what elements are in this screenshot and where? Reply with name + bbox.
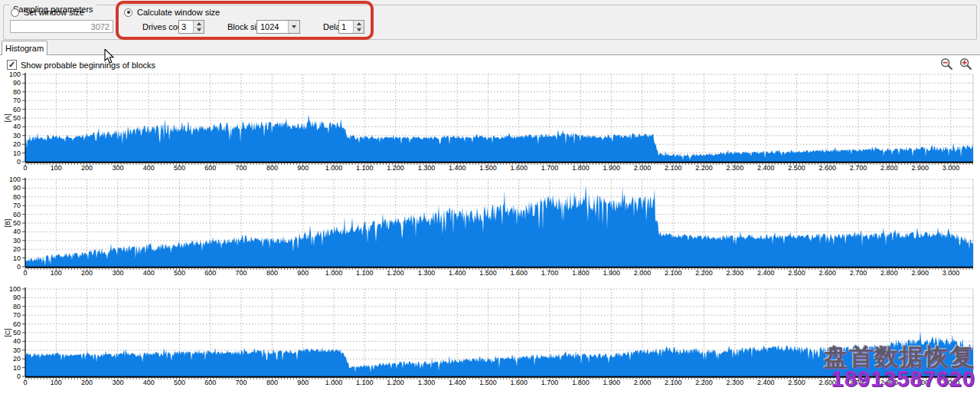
y-axis-label: [B]	[4, 218, 11, 227]
y-axis-label: [A]	[4, 113, 11, 122]
svg-text:600: 600	[204, 164, 216, 172]
svg-text:100: 100	[51, 269, 62, 277]
svg-text:1.900: 1.900	[603, 379, 620, 386]
svg-text:1.700: 1.700	[541, 164, 559, 172]
svg-text:2.900: 2.900	[911, 164, 929, 172]
svg-text:10: 10	[13, 149, 21, 157]
svg-text:2.700: 2.700	[850, 164, 867, 172]
svg-text:2.100: 2.100	[665, 379, 682, 386]
svg-text:1.200: 1.200	[387, 269, 404, 277]
svg-text:1.100: 1.100	[356, 164, 374, 172]
svg-text:40: 40	[13, 337, 21, 345]
svg-text:2.500: 2.500	[788, 164, 805, 172]
svg-text:600: 600	[204, 269, 216, 277]
svg-text:2.800: 2.800	[880, 164, 898, 172]
svg-text:3.000: 3.000	[942, 269, 960, 277]
svg-text:10: 10	[13, 254, 21, 262]
svg-text:40: 40	[13, 228, 21, 235]
svg-text:2.100: 2.100	[665, 269, 682, 277]
svg-text:1.000: 1.000	[325, 164, 343, 172]
svg-text:500: 500	[174, 164, 185, 172]
svg-text:2.100: 2.100	[665, 164, 682, 172]
svg-text:1.100: 1.100	[356, 269, 374, 277]
svg-text:60: 60	[13, 320, 21, 328]
svg-text:1.600: 1.600	[511, 164, 528, 172]
svg-text:0: 0	[17, 263, 21, 271]
svg-text:1.500: 1.500	[479, 269, 497, 277]
svg-text:2.000: 2.000	[634, 164, 652, 172]
svg-text:40: 40	[13, 123, 21, 130]
tab-histogram[interactable]: Histogram	[2, 41, 47, 55]
svg-text:1.000: 1.000	[325, 269, 343, 277]
svg-text:70: 70	[13, 311, 21, 319]
svg-text:700: 700	[236, 379, 247, 386]
svg-text:400: 400	[143, 164, 155, 172]
svg-text:1.300: 1.300	[418, 269, 436, 277]
application-window: Sampling parameters Set window size Calc…	[0, 0, 980, 394]
svg-text:800: 800	[266, 269, 278, 277]
svg-text:200: 200	[81, 164, 93, 172]
zoom-in-button[interactable]	[959, 57, 972, 71]
svg-text:2.900: 2.900	[911, 269, 929, 277]
svg-text:700: 700	[236, 164, 247, 172]
svg-text:200: 200	[81, 379, 93, 386]
svg-text:400: 400	[143, 379, 155, 386]
svg-text:50: 50	[13, 219, 21, 227]
svg-text:1.800: 1.800	[572, 269, 590, 277]
svg-text:1.200: 1.200	[387, 164, 404, 172]
svg-text:2.500: 2.500	[788, 379, 805, 386]
svg-text:2.000: 2.000	[634, 269, 652, 277]
y-axis-label: [C]	[4, 328, 11, 337]
histogram-chart-C[interactable]: 0102030405060708090100010020030040050060…	[0, 282, 980, 391]
tab-strip-divider	[0, 54, 980, 55]
svg-text:50: 50	[13, 114, 21, 122]
svg-text:100: 100	[9, 176, 21, 183]
svg-text:2.200: 2.200	[695, 269, 713, 277]
svg-text:1.400: 1.400	[449, 164, 466, 172]
svg-text:1.400: 1.400	[449, 269, 466, 277]
svg-text:200: 200	[81, 269, 93, 277]
svg-text:2.900: 2.900	[911, 379, 929, 386]
histogram-chart-B[interactable]: 0102030405060708090100010020030040050060…	[0, 172, 980, 281]
svg-text:100: 100	[51, 164, 62, 172]
svg-text:2.300: 2.300	[727, 269, 744, 277]
svg-text:0: 0	[17, 373, 21, 380]
svg-text:900: 900	[297, 269, 309, 277]
svg-text:3.000: 3.000	[942, 379, 960, 386]
svg-text:800: 800	[266, 164, 278, 172]
magnifier-plus-icon	[959, 57, 972, 71]
svg-text:300: 300	[112, 164, 123, 172]
checkbox-icon[interactable]: ✓	[7, 60, 17, 70]
svg-text:10: 10	[13, 364, 21, 372]
svg-text:1.700: 1.700	[541, 269, 559, 277]
svg-text:900: 900	[297, 164, 309, 172]
svg-text:60: 60	[13, 211, 21, 218]
zoom-out-button[interactable]	[940, 57, 953, 71]
svg-text:2.600: 2.600	[819, 269, 837, 277]
svg-text:2.400: 2.400	[757, 379, 775, 386]
show-blocks-checkbox-row[interactable]: ✓ Show probable beginnings of blocks	[7, 60, 155, 70]
svg-text:700: 700	[236, 269, 247, 277]
svg-text:2.200: 2.200	[695, 164, 713, 172]
svg-text:1.700: 1.700	[541, 379, 559, 386]
svg-text:100: 100	[51, 379, 62, 386]
svg-text:50: 50	[13, 329, 21, 337]
svg-text:1.600: 1.600	[511, 379, 528, 386]
svg-text:600: 600	[204, 379, 216, 386]
svg-text:900: 900	[297, 379, 309, 386]
histogram-chart-A[interactable]: 0102030405060708090100010020030040050060…	[0, 67, 980, 176]
svg-text:2.300: 2.300	[727, 164, 744, 172]
svg-text:20: 20	[13, 245, 21, 253]
magnifier-minus-icon	[940, 57, 953, 71]
svg-text:1.900: 1.900	[603, 269, 620, 277]
svg-text:90: 90	[13, 79, 21, 87]
svg-text:60: 60	[13, 106, 21, 113]
svg-text:20: 20	[13, 355, 21, 363]
svg-text:300: 300	[112, 379, 123, 386]
svg-text:0: 0	[23, 164, 27, 172]
svg-text:1.600: 1.600	[511, 269, 528, 277]
svg-text:1.500: 1.500	[479, 379, 497, 386]
svg-text:0: 0	[23, 269, 27, 277]
svg-text:1.300: 1.300	[418, 379, 436, 386]
svg-text:3.000: 3.000	[942, 164, 960, 172]
